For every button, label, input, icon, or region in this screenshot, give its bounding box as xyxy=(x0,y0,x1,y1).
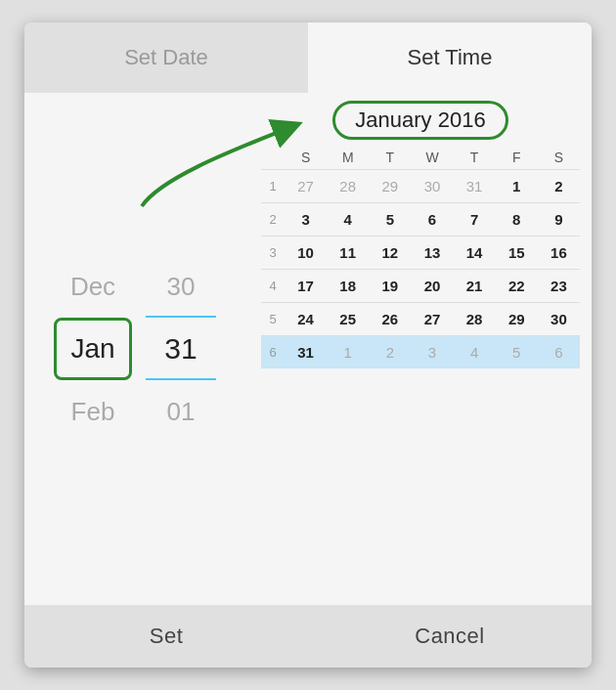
cal-cell-jan18[interactable]: 18 xyxy=(327,270,369,302)
cal-cell-jan3[interactable]: 3 xyxy=(285,203,327,236)
cal-cell-jan31[interactable]: 31 xyxy=(285,336,327,368)
cal-cell-jan24[interactable]: 24 xyxy=(285,303,327,335)
cal-cell-jan4[interactable]: 4 xyxy=(327,203,369,236)
day-current[interactable]: 31 xyxy=(137,318,225,380)
drum-roller-container: Dec Jan Feb 30 31 01 xyxy=(24,255,249,443)
day-header-thu: T xyxy=(454,148,496,167)
cal-cell-jan17[interactable]: 17 xyxy=(285,270,327,302)
day-header-sun: S xyxy=(285,148,327,167)
cal-cell-feb5[interactable]: 5 xyxy=(496,336,538,368)
cal-cell-jan8[interactable]: 8 xyxy=(496,203,538,236)
month-title: January 2016 xyxy=(332,101,507,140)
cal-cell-feb2[interactable]: 2 xyxy=(369,336,411,368)
cal-cell-jan29[interactable]: 29 xyxy=(496,303,538,335)
calendar-week-6: 6 31 1 2 3 4 5 6 xyxy=(261,335,580,368)
cal-cell-jan9[interactable]: 9 xyxy=(538,203,580,236)
week-num-6: 6 xyxy=(261,337,285,367)
month-prev: Dec xyxy=(49,255,137,318)
week-num-2: 2 xyxy=(261,204,285,235)
calendar-grid: S M T W T F S 1 27 28 29 30 xyxy=(261,148,580,597)
tab-bar: Set Date Set Time xyxy=(24,22,592,93)
cal-cell-jan1[interactable]: 1 xyxy=(496,170,538,202)
day-column: 30 31 01 xyxy=(137,255,225,443)
cal-cell-dec28[interactable]: 28 xyxy=(327,170,369,202)
cal-cell-feb6[interactable]: 6 xyxy=(538,336,580,368)
day-prev: 30 xyxy=(137,255,225,318)
cal-cell-jan28[interactable]: 28 xyxy=(454,303,496,335)
cal-cell-jan22[interactable]: 22 xyxy=(496,270,538,302)
cal-cell-dec31[interactable]: 31 xyxy=(454,170,496,202)
calendar-week-2: 2 3 4 5 6 7 8 9 xyxy=(261,202,580,236)
cal-cell-jan21[interactable]: 21 xyxy=(454,270,496,302)
cal-cell-jan27[interactable]: 27 xyxy=(411,303,453,335)
day-next: 01 xyxy=(137,380,225,443)
cal-cell-feb4[interactable]: 4 xyxy=(454,336,496,368)
date-drum-roller: Dec Jan Feb 30 31 01 xyxy=(24,93,249,605)
cal-cell-feb1[interactable]: 1 xyxy=(327,336,369,368)
cal-cell-jan26[interactable]: 26 xyxy=(369,303,411,335)
week-num-3: 3 xyxy=(261,237,285,268)
cal-cell-dec27[interactable]: 27 xyxy=(285,170,327,202)
day-header-sat: S xyxy=(538,148,580,167)
cancel-button[interactable]: Cancel xyxy=(308,605,592,668)
bottom-button-bar: Set Cancel xyxy=(24,605,592,668)
day-header-tue: T xyxy=(369,148,411,167)
week-num-5: 5 xyxy=(261,304,285,334)
month-current[interactable]: Jan xyxy=(54,318,132,380)
month-next: Feb xyxy=(49,380,137,443)
cal-cell-jan20[interactable]: 20 xyxy=(411,270,453,302)
cal-cell-jan10[interactable]: 10 xyxy=(285,237,327,269)
cal-cell-jan11[interactable]: 11 xyxy=(327,237,369,269)
cal-cell-jan23[interactable]: 23 xyxy=(538,270,580,302)
tab-set-date[interactable]: Set Date xyxy=(24,22,308,93)
cal-cell-dec29[interactable]: 29 xyxy=(369,170,411,202)
set-button[interactable]: Set xyxy=(24,605,308,668)
month-column: Dec Jan Feb xyxy=(49,255,137,443)
calendar-week-5: 5 24 25 26 27 28 29 30 xyxy=(261,302,580,335)
week-num-4: 4 xyxy=(261,271,285,301)
calendar-panel: January 2016 S M T W T F S xyxy=(249,93,592,605)
cal-cell-jan13[interactable]: 13 xyxy=(411,237,453,269)
week-num-header-empty xyxy=(261,148,285,167)
cal-cell-jan2[interactable]: 2 xyxy=(538,170,580,202)
calendar-week-4: 4 17 18 19 20 21 22 23 xyxy=(261,269,580,302)
day-header-mon: M xyxy=(327,148,369,167)
cal-cell-jan14[interactable]: 14 xyxy=(454,237,496,269)
cal-cell-jan7[interactable]: 7 xyxy=(454,203,496,236)
cal-cell-jan25[interactable]: 25 xyxy=(327,303,369,335)
week-num-1: 1 xyxy=(261,171,285,201)
cal-cell-jan5[interactable]: 5 xyxy=(369,203,411,236)
cal-cell-jan30[interactable]: 30 xyxy=(538,303,580,335)
calendar-week-3: 3 10 11 12 13 14 15 16 xyxy=(261,236,580,269)
cal-cell-jan6[interactable]: 6 xyxy=(411,203,453,236)
cal-cell-jan19[interactable]: 19 xyxy=(369,270,411,302)
cal-cell-jan16[interactable]: 16 xyxy=(538,237,580,269)
tab-set-time[interactable]: Set Time xyxy=(308,22,592,93)
cal-cell-jan15[interactable]: 15 xyxy=(496,237,538,269)
month-header: January 2016 xyxy=(261,101,580,140)
day-header-wed: W xyxy=(411,148,453,167)
calendar-day-headers: S M T W T F S xyxy=(261,148,580,167)
cal-cell-jan12[interactable]: 12 xyxy=(369,237,411,269)
calendar-week-1: 1 27 28 29 30 31 1 2 xyxy=(261,169,580,202)
day-header-fri: F xyxy=(496,148,538,167)
cal-cell-dec30[interactable]: 30 xyxy=(411,170,453,202)
main-content: Dec Jan Feb 30 31 01 xyxy=(24,93,592,605)
cal-cell-feb3[interactable]: 3 xyxy=(411,336,453,368)
